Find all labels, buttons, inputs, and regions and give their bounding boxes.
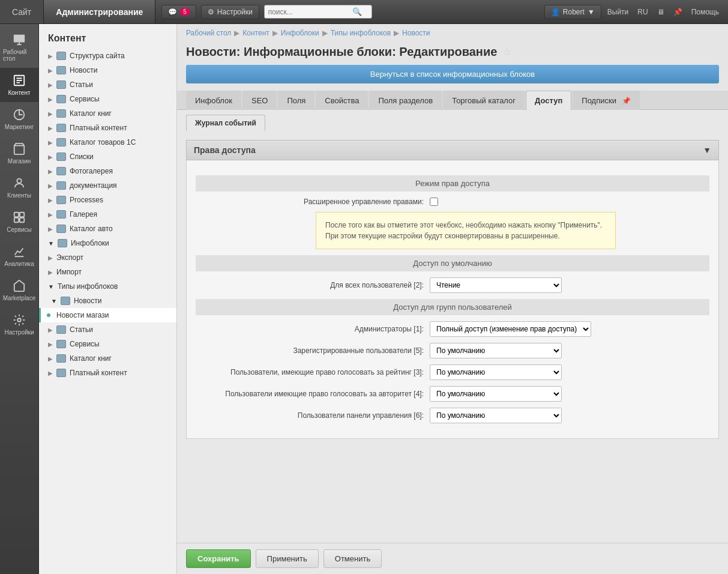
cancel-button[interactable]: Отменить [323, 549, 382, 568]
admins-select[interactable]: Полный доступ (изменение прав доступа) П… [430, 321, 591, 337]
inner-tab-journal[interactable]: Журнал событий [186, 115, 265, 131]
tab-fields[interactable]: Поля [278, 91, 314, 110]
nav-item-bookcat2[interactable]: ▶ Каталог книг [39, 351, 176, 366]
nav-item-bookcat[interactable]: ▶ Каталог книг [39, 106, 176, 121]
site-tab[interactable]: Сайт [0, 0, 44, 23]
tab-section-fields[interactable]: Поля разделов [369, 91, 442, 110]
breadcrumb-infoblocks[interactable]: Инфоблоки [281, 29, 319, 37]
tab-trade-catalog[interactable]: Торговый каталог [443, 91, 525, 110]
cpanel-row: Пользователи панели управления [6]: По у… [196, 408, 709, 423]
sidebar-item-clients[interactable]: Клиенты [0, 171, 38, 205]
extended-control [430, 198, 438, 206]
search-input[interactable] [268, 8, 352, 16]
admins-control: Полный доступ (изменение прав доступа) П… [430, 321, 591, 337]
top-bar-right: 👤 Robert ▼ Выйти RU 🖥 📌 Помощь [544, 5, 728, 19]
nav-item-services[interactable]: ▶ Сервисы [39, 92, 176, 106]
nav-icon [56, 167, 66, 175]
nav-item-articles2[interactable]: ▶ Статьи [39, 322, 176, 337]
cpanel-control: По умолчанию Чтение Запись [430, 408, 562, 423]
nav-item-export[interactable]: ▶ Экспорт [39, 250, 176, 265]
logout-button[interactable]: Выйти [604, 5, 632, 19]
sidebar-item-marketing-label: Маркетинг [5, 124, 34, 130]
nav-item-news-type[interactable]: ▼ Новости [39, 294, 176, 308]
breadcrumb-types[interactable]: Типы инфоблоков [331, 29, 391, 37]
admins-row: Администраторы [1]: Полный доступ (измен… [196, 321, 709, 337]
arrow-icon: ▶ [48, 82, 53, 88]
back-button[interactable]: Вернуться в список информационных блоков [186, 65, 719, 83]
save-button[interactable]: Сохранить [186, 549, 251, 568]
search-icon: 🔍 [352, 7, 362, 16]
breadcrumb-content[interactable]: Контент [242, 29, 269, 37]
rating-select[interactable]: По умолчанию Чтение Запись [430, 364, 562, 380]
sidebar-item-desktop[interactable]: Рабочий стол [0, 27, 38, 68]
nav-icon [56, 369, 66, 377]
sidebar-item-services-label: Сервисы [7, 226, 31, 233]
nav-item-paid2[interactable]: ▶ Платный контент [39, 366, 176, 380]
nav-item-news[interactable]: ▶ Новости [39, 63, 176, 77]
collapse-icon: ▼ [703, 145, 711, 155]
arrow-icon: ▶ [48, 125, 53, 131]
star-icon[interactable]: ☆ [503, 46, 511, 58]
sidebar-item-services[interactable]: Сервисы [0, 205, 38, 239]
arrow-icon: ▼ [48, 283, 54, 290]
info-box: После того как вы отметите этот чекбокс,… [316, 212, 616, 249]
breadcrumb-desktop[interactable]: Рабочий стол [186, 29, 231, 37]
arrow-icon: ▶ [48, 96, 53, 103]
lang-button[interactable]: RU [634, 5, 651, 19]
cpanel-select[interactable]: По умолчанию Чтение Запись [430, 408, 562, 423]
extended-checkbox[interactable] [430, 198, 438, 206]
nav-item-infoblocks[interactable]: ▼ Инфоблоки [39, 236, 176, 250]
pin-icon[interactable]: 📌 [670, 5, 685, 19]
svg-rect-12 [14, 218, 19, 222]
nav-item-articles[interactable]: ▶ Статьи [39, 77, 176, 92]
nav-item-news-shop[interactable]: Новости магази [39, 308, 176, 322]
arrow-icon: ▶ [48, 53, 53, 59]
for-all-select[interactable]: Чтение По умолчанию Запись Полный доступ [430, 277, 562, 293]
nav-item-import[interactable]: ▶ Импорт [39, 265, 176, 279]
search-box: 🔍 [264, 5, 372, 19]
nav-icon [56, 325, 66, 334]
nav-item-gallery[interactable]: ▶ Галерея [39, 207, 176, 222]
sidebar-item-marketing[interactable]: Маркетинг [0, 102, 38, 136]
nav-item-paid[interactable]: ▶ Платный контент [39, 121, 176, 135]
tab-access[interactable]: Доступ [526, 91, 571, 110]
nav-item-structure[interactable]: ▶ Структура сайта [39, 49, 176, 63]
tab-properties[interactable]: Свойства [316, 91, 368, 110]
admin-tab[interactable]: Администрирование [44, 0, 155, 23]
svg-point-15 [17, 318, 21, 322]
sidebar-item-analytics[interactable]: Аналитика [0, 239, 38, 273]
monitor-icon[interactable]: 🖥 [654, 5, 667, 19]
sidebar-item-settings[interactable]: Настройки [0, 307, 38, 342]
sidebar-item-marketplace[interactable]: Marketplace [0, 273, 38, 307]
arrow-icon: ▶ [48, 168, 53, 175]
authority-select[interactable]: По умолчанию Чтение Запись [430, 386, 562, 402]
sep-icon: ▶ [322, 29, 328, 37]
tab-seo[interactable]: SEO [242, 91, 277, 110]
sidebar-item-shop[interactable]: Магазин [0, 136, 38, 171]
help-button[interactable]: Помощь [688, 5, 722, 19]
sidebar-item-content[interactable]: Контент [0, 68, 38, 102]
top-bar-mid: 💬 5 ⚙ Настройки 🔍 [155, 5, 544, 19]
settings-button[interactable]: ⚙ Настройки [201, 5, 259, 19]
nav-item-services2[interactable]: ▶ Сервисы [39, 337, 176, 351]
apply-button[interactable]: Применить [256, 549, 319, 568]
access-section-header[interactable]: Права доступа ▼ [186, 140, 719, 160]
sidebar-item-settings-label: Настройки [4, 329, 34, 336]
tab-subscriptions[interactable]: Подписки 📌 [573, 91, 639, 110]
form-area: Права доступа ▼ Режим прав доступа Расши… [177, 131, 728, 543]
messages-button[interactable]: 💬 5 [161, 5, 196, 19]
rating-control: По умолчанию Чтение Запись [430, 364, 562, 380]
nav-item-docs[interactable]: ▶ документация [39, 178, 176, 193]
nav-item-lists[interactable]: ▶ Списки [39, 150, 176, 164]
nav-icon [56, 196, 66, 204]
registered-select[interactable]: По умолчанию Чтение Запись [430, 343, 562, 358]
nav-item-processes[interactable]: ▶ Processes [39, 193, 176, 207]
nav-item-1c[interactable]: ▶ Каталог товаров 1С [39, 135, 176, 150]
user-button[interactable]: 👤 Robert ▼ [544, 5, 601, 19]
nav-item-photo[interactable]: ▶ Фотогалерея [39, 164, 176, 178]
messages-badge: 5 [180, 8, 190, 16]
breadcrumb-news[interactable]: Новости [402, 29, 430, 37]
tab-infoblock[interactable]: Инфоблок [186, 91, 241, 110]
nav-item-autocat[interactable]: ▶ Каталог авто [39, 222, 176, 236]
nav-item-types[interactable]: ▼ Типы инфоблоков [39, 279, 176, 294]
